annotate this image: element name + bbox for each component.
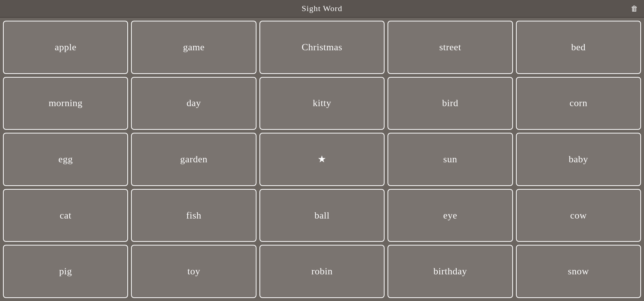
word-card-cow[interactable]: cow bbox=[516, 189, 641, 242]
word-card-cat[interactable]: cat bbox=[3, 189, 128, 242]
word-card-fish[interactable]: fish bbox=[131, 189, 256, 242]
word-card-street[interactable]: street bbox=[388, 21, 513, 74]
word-label-snow: snow bbox=[568, 266, 589, 277]
word-card-kitty[interactable]: kitty bbox=[259, 77, 385, 130]
word-card-star[interactable]: ★ bbox=[259, 133, 385, 186]
word-label-bed: bed bbox=[571, 42, 586, 53]
word-label-street: street bbox=[439, 42, 461, 53]
app-header: Sight Word 🗑 bbox=[0, 0, 644, 18]
word-card-game[interactable]: game bbox=[131, 21, 256, 74]
word-card-day[interactable]: day bbox=[131, 77, 256, 130]
word-label-kitty: kitty bbox=[313, 98, 331, 109]
word-grid: applegameChristmasstreetbedmorningdaykit… bbox=[0, 18, 644, 301]
word-card-christmas[interactable]: Christmas bbox=[259, 21, 385, 74]
word-label-apple: apple bbox=[55, 42, 77, 53]
word-label-christmas: Christmas bbox=[302, 42, 342, 53]
word-label-game: game bbox=[183, 42, 204, 53]
word-card-eye[interactable]: eye bbox=[388, 189, 513, 242]
trash-icon[interactable]: 🗑 bbox=[631, 4, 638, 13]
word-label-morning: morning bbox=[48, 98, 83, 109]
word-label-star: ★ bbox=[318, 153, 326, 165]
word-label-toy: toy bbox=[187, 266, 200, 277]
word-card-morning[interactable]: morning bbox=[3, 77, 128, 130]
word-label-cat: cat bbox=[60, 210, 71, 221]
word-label-fish: fish bbox=[186, 210, 201, 221]
word-card-egg[interactable]: egg bbox=[3, 133, 128, 186]
word-label-baby: baby bbox=[569, 154, 588, 165]
word-label-cow: cow bbox=[570, 210, 587, 221]
word-label-corn: corn bbox=[570, 98, 587, 109]
word-card-ball[interactable]: ball bbox=[259, 189, 385, 242]
word-label-sun: sun bbox=[443, 154, 457, 165]
word-card-apple[interactable]: apple bbox=[3, 21, 128, 74]
word-label-ball: ball bbox=[314, 210, 329, 221]
word-label-bird: bird bbox=[442, 98, 458, 109]
word-card-snow[interactable]: snow bbox=[516, 245, 641, 298]
word-label-pig: pig bbox=[59, 266, 72, 277]
word-card-toy[interactable]: toy bbox=[131, 245, 256, 298]
word-card-corn[interactable]: corn bbox=[516, 77, 641, 130]
word-label-garden: garden bbox=[180, 154, 208, 165]
word-label-day: day bbox=[187, 98, 201, 109]
word-label-birthday: birthday bbox=[433, 266, 467, 277]
word-label-eye: eye bbox=[443, 210, 457, 221]
page-title: Sight Word bbox=[302, 4, 342, 13]
word-card-garden[interactable]: garden bbox=[131, 133, 256, 186]
word-card-birthday[interactable]: birthday bbox=[388, 245, 513, 298]
word-card-baby[interactable]: baby bbox=[516, 133, 641, 186]
word-label-robin: robin bbox=[311, 266, 332, 277]
word-card-sun[interactable]: sun bbox=[388, 133, 513, 186]
word-card-robin[interactable]: robin bbox=[259, 245, 385, 298]
word-card-pig[interactable]: pig bbox=[3, 245, 128, 298]
word-card-bed[interactable]: bed bbox=[516, 21, 641, 74]
word-label-egg: egg bbox=[58, 154, 73, 165]
word-card-bird[interactable]: bird bbox=[388, 77, 513, 130]
